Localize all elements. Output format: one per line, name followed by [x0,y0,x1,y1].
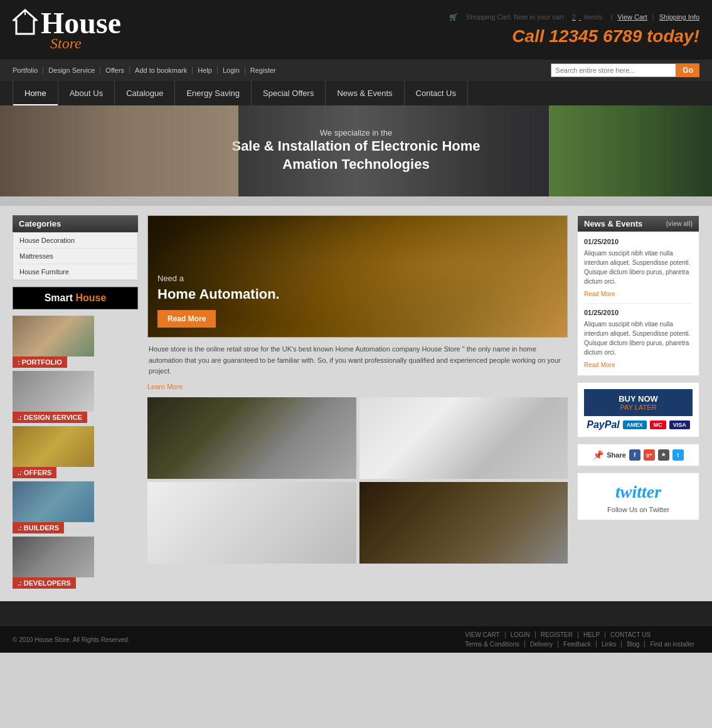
nav-login[interactable]: Login [218,67,245,74]
news-body-1: Aliquam suscipit nibh vitae nulla interd… [584,249,693,286]
twitter-logo: twitter [584,479,693,503]
twitter-social-icon[interactable]: t [672,449,684,461]
news-date-1: 01/25/2010 [584,238,693,245]
sidebar-offers-item[interactable]: .: OFFERS [13,426,138,478]
image-grid [147,397,568,564]
logo-store-text: Store [50,35,121,52]
youtube-icon[interactable]: ★ [658,449,669,461]
nav-about-us[interactable]: About Us [58,81,115,105]
footer-register[interactable]: REGISTER [536,631,578,638]
news-header: News & Events (view all) [578,216,699,232]
search-button[interactable]: Go [676,63,699,77]
news-item-1: 01/25/2010 Aliquam suscipit nibh vitae n… [584,238,693,298]
paypal-logo: PayPal [587,419,619,431]
google-plus-icon[interactable]: g+ [644,449,655,461]
learn-more-link[interactable]: Learn More [147,383,183,390]
hero-text: Need a Home Automation. Read More [157,274,280,328]
design-bg [13,371,94,412]
footer-right: VIEW CART LOGIN REGISTER HELP CONTACT US… [460,631,699,648]
nav-portfolio[interactable]: Portfolio [13,67,43,74]
footer-find-installer[interactable]: Find an installer [645,641,699,648]
home-automation-title: Home Automation. [157,286,280,302]
room-image-2 [359,397,568,479]
nav-help[interactable]: Help [193,67,218,74]
right-sidebar: News & Events (view all) 01/25/2010 Aliq… [577,215,699,592]
paypal-box: BUY NOW PAY LATER PayPal AMEX MC VISA [577,382,699,437]
design-image [13,371,94,412]
nav-catalogue[interactable]: Catalogue [115,81,175,105]
logo-area: House Store [13,8,121,52]
footer-delivery[interactable]: Delivery [525,641,558,648]
footer-bottom: © 2010 House Store. All Rights Reserved.… [0,626,712,653]
sidebar-portfolio-item[interactable]: : PORTFOLIO [13,316,138,368]
cart-count-link[interactable]: 2 [569,13,581,21]
news-view-all-link[interactable]: (view all) [666,220,693,227]
view-cart-link[interactable]: View Cart [617,13,647,21]
description-text: House store is the online retail stroe f… [147,344,568,377]
room-image-3 [147,482,356,564]
logo-house-text: House [41,8,121,38]
portfolio-label: : PORTFOLIO [13,356,138,368]
visa-badge: VISA [669,420,690,429]
cat-house-decoration[interactable]: House Decoration [13,233,137,249]
twitter-box: twitter Follow Us on Twitter [577,473,699,520]
nav-energy-saving[interactable]: Energy Saving [175,81,252,105]
nav-news-events[interactable]: News & Events [326,81,404,105]
sidebar-builders-item[interactable]: .: BUILDERS [13,481,138,533]
categories-section: Categories House Decoration Mattresses H… [13,215,138,281]
pay-later-text: PAY LATER [589,404,688,411]
footer-bottom-links: Terms & Conditions Delivery Feedback Lin… [460,641,699,648]
categories-list: House Decoration Mattresses House Furnit… [13,232,138,281]
footer-links-link[interactable]: Links [597,641,622,648]
offers-image [13,426,94,467]
top-nav-links: Portfolio Design Service Offers Add to b… [13,67,281,74]
news-readmore-2[interactable]: Read More [584,361,615,368]
news-date-2: 01/25/2010 [584,309,693,316]
nav-register[interactable]: Register [245,67,281,74]
nav-add-bookmark[interactable]: Add to bookmark [130,67,193,74]
news-readmore-1[interactable]: Read More [584,291,615,297]
footer-feedback[interactable]: Feedback [558,641,597,648]
footer-terms[interactable]: Terms & Conditions [460,641,525,648]
footer-contact-us[interactable]: CONTACT US [605,631,656,638]
cat-mattresses[interactable]: Mattresses [13,249,137,264]
nav-special-offers[interactable]: Special Offers [252,81,326,105]
nav-home[interactable]: Home [13,81,58,105]
main-nav: Home About Us Catalogue Energy Saving Sp… [0,81,712,105]
developers-label: .: DEVELOPERS [13,577,138,589]
amex-badge: AMEX [623,420,647,429]
buy-now-text: BUY NOW [589,394,688,404]
search-area: Go [551,63,699,77]
footer-view-cart[interactable]: VIEW CART [460,631,505,638]
nav-design-service[interactable]: Design Service [43,67,100,74]
nav-offers[interactable]: Offers [100,67,130,74]
sidebar-developers-item[interactable]: .: DEVELOPERS [13,537,138,589]
payment-icons: PayPal AMEX MC VISA [584,419,693,431]
news-item-2: 01/25/2010 Aliquam suscipit nibh vitae n… [584,309,693,369]
sidebar-design-item[interactable]: .: DESIGN SERVICE [13,371,138,423]
banner-line2: Sale & Installation of Electronic Home A… [231,137,480,173]
share-label: Share [607,451,626,459]
mc-badge: MC [650,420,666,429]
banner-text: We specialize in the Sale & Installation… [231,128,480,173]
top-header: House Store 🛒 Shopping Cart: Now in your… [0,0,712,60]
nav-contact-us[interactable]: Contact Us [405,81,468,105]
search-input[interactable] [551,63,676,77]
footer-blog[interactable]: Blog [622,641,645,648]
hero-read-more-button[interactable]: Read More [157,310,216,328]
divider [0,196,712,206]
footer-login[interactable]: LOGIN [506,631,536,638]
room-image-4 [359,482,568,564]
cat-house-furniture[interactable]: House Furniture [13,264,137,280]
builders-bg [13,481,94,522]
shipping-link[interactable]: Shipping Info [659,13,699,21]
offers-bg [13,426,94,467]
portfolio-image [13,316,94,356]
footer-help[interactable]: HELP [578,631,605,638]
phone-number: Call 12345 6789 today! [446,26,699,46]
hero-banner: We specialize in the Sale & Installation… [0,105,712,196]
home-automation-banner: Need a Home Automation. Read More [147,215,568,338]
facebook-icon[interactable]: f [629,449,640,461]
offers-label: .: OFFERS [13,467,138,478]
developers-label-text: .: DEVELOPERS [13,577,76,589]
